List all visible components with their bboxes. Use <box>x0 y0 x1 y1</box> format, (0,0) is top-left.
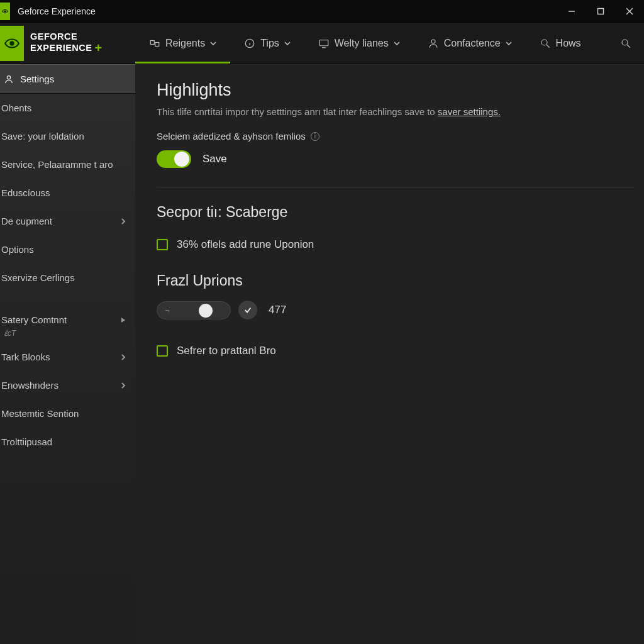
header-tabs: Reigents Tips Welty lianes Confactence H… <box>135 23 644 64</box>
maximize-button[interactable] <box>586 0 615 23</box>
check-icon <box>243 306 252 314</box>
search-icon <box>540 38 551 49</box>
app-header: GEFORCE EXPERIENCE + Reigents Tips Welty… <box>0 23 644 64</box>
frazl-checkbox[interactable] <box>157 345 168 357</box>
minimize-button[interactable] <box>557 0 586 23</box>
sidebar-item-ohents[interactable]: Ohents <box>0 94 135 122</box>
sidebar-item-label: Trolttiipusad <box>1 436 52 447</box>
minimize-icon <box>568 8 575 15</box>
triangle-right-icon <box>120 317 126 323</box>
search-icon <box>620 38 631 49</box>
sidebar-item-trolttiipusad[interactable]: Trolttiipusad <box>0 428 135 456</box>
sidebar-item-label: Sxervize Cerlings <box>1 272 75 283</box>
sidebar-item-sxervize-cerlings[interactable]: Sxervize Cerlings <box>0 264 135 292</box>
close-button[interactable] <box>615 0 644 23</box>
frazl-confirm-button[interactable] <box>238 301 257 319</box>
tab-reigents[interactable]: Reigents <box>135 23 230 64</box>
save-toggle[interactable] <box>157 150 191 168</box>
highlights-desc-link[interactable]: saver settiings. <box>438 106 501 117</box>
tab-welty-lianes[interactable]: Welty lianes <box>304 23 414 64</box>
nvidia-eye-icon <box>1 8 9 15</box>
svg-point-14 <box>541 40 547 45</box>
svg-point-5 <box>9 41 14 45</box>
tab-tips[interactable]: Tips <box>230 23 304 64</box>
highlights-subline: Selciem adedized & ayhson femlios i <box>157 131 634 142</box>
sidebar-item-label: Ohents <box>1 103 31 113</box>
tab-label: Welty lianes <box>335 38 389 49</box>
slider-arrow-icon: ¬ <box>165 306 170 315</box>
sidebar-item-enowshnders[interactable]: Enowshnders <box>0 371 135 399</box>
info-icon[interactable]: i <box>311 132 319 141</box>
tab-label: Reigents <box>165 38 205 49</box>
monitor-icon <box>318 38 330 49</box>
sidebar-item-edusciouss[interactable]: Eduscíouss <box>0 179 135 207</box>
chevron-right-icon <box>120 382 126 389</box>
sidebar-item-label: Service, Pelaaramme t aro <box>1 159 113 170</box>
app-body: Settings Ohents Save: your loldation Ser… <box>0 64 644 644</box>
svg-line-17 <box>627 45 630 48</box>
sidebar-item-settings[interactable]: Settings <box>0 64 135 94</box>
sidebar-item-label: Save: your loldation <box>1 131 84 142</box>
save-toggle-row: Save <box>157 150 634 168</box>
secport-check-label: 36% oflels add rune Uponion <box>177 238 314 251</box>
secport-checkbox[interactable] <box>157 239 168 250</box>
frazl-title: Frazl Uprions <box>157 272 634 289</box>
sidebar-item-label: Tark Blooks <box>1 352 50 362</box>
tab-confactence[interactable]: Confactence <box>414 23 526 64</box>
svg-rect-11 <box>319 40 328 45</box>
packages-icon <box>149 38 160 49</box>
sidebar-item-mestemtic-sention[interactable]: Mestemtic Sention <box>0 399 135 428</box>
toggle-knob <box>174 152 189 167</box>
sidebar-item-label: De cupment <box>1 216 52 226</box>
section-divider <box>157 187 634 187</box>
chevron-down-icon <box>284 40 291 47</box>
brand-line2: EXPERIENCE <box>30 43 92 53</box>
svg-point-0 <box>4 10 6 12</box>
titlebar-logo <box>0 3 10 20</box>
chevron-down-icon <box>506 40 512 47</box>
brand-box: GEFORCE EXPERIENCE + <box>0 23 135 64</box>
svg-point-18 <box>7 75 10 79</box>
titlebar-left: Geforce Experience <box>0 3 96 20</box>
sidebar-item-satery-comtnnt[interactable]: Satery Comtnnt <box>0 306 135 334</box>
sidebar-item-options[interactable]: Options <box>0 235 135 264</box>
maximize-icon <box>597 8 604 15</box>
svg-marker-19 <box>121 318 125 323</box>
svg-point-13 <box>431 40 435 43</box>
sidebar-item-label: Settings <box>20 74 54 84</box>
sidebar-item-label: Satery Comtnnt <box>1 314 67 325</box>
tab-label: Tips <box>260 38 279 49</box>
sidebar-item-service-pelaaramme[interactable]: Service, Pelaaramme t aro <box>0 150 135 179</box>
sidebar-item-save-loldation[interactable]: Save: your loldation <box>0 122 135 150</box>
chevron-down-icon <box>210 40 216 47</box>
brand-text: GEFORCE EXPERIENCE + <box>30 32 103 54</box>
window-controls <box>557 0 644 23</box>
sidebar: Settings Ohents Save: your loldation Ser… <box>0 64 135 644</box>
sidebar-item-tark-blooks[interactable]: Tark Blooks <box>0 343 135 371</box>
sidebar-item-label: Options <box>1 244 34 255</box>
main-content: Highlights This tlife cnrtítai impor thy… <box>135 64 644 644</box>
secport-check-row: 36% oflels add rune Uponion <box>157 238 634 251</box>
tab-label: Confactence <box>444 38 501 49</box>
tab-hows[interactable]: Hows <box>526 23 595 64</box>
sidebar-item-decupment[interactable]: De cupment <box>0 207 135 235</box>
svg-line-15 <box>547 45 550 48</box>
highlights-title: Highlights <box>157 80 634 100</box>
sidebar-item-label: Mestemtic Sention <box>1 408 79 419</box>
frazl-slider[interactable]: ¬ <box>157 301 231 319</box>
sidebar-item-label: Eduscíouss <box>1 187 50 198</box>
frazl-control-row: ¬ 477 <box>157 301 634 319</box>
frazl-value: 477 <box>269 304 286 316</box>
secport-title: Secpor tiı: Scaberge <box>157 204 634 221</box>
user-icon <box>4 74 14 84</box>
chevron-down-icon <box>394 40 400 47</box>
frazl-check-row: Sefrer to prattanl Bro <box>157 345 634 357</box>
titlebar: Geforce Experience <box>0 0 644 23</box>
brand-plus-icon: + <box>94 42 102 54</box>
brand-line1: GEFORCE <box>30 32 103 42</box>
chevron-right-icon <box>120 218 126 225</box>
header-search-button[interactable] <box>606 23 644 64</box>
user-icon <box>428 38 439 49</box>
nvidia-eye-icon <box>4 35 20 52</box>
info-icon <box>244 38 255 49</box>
